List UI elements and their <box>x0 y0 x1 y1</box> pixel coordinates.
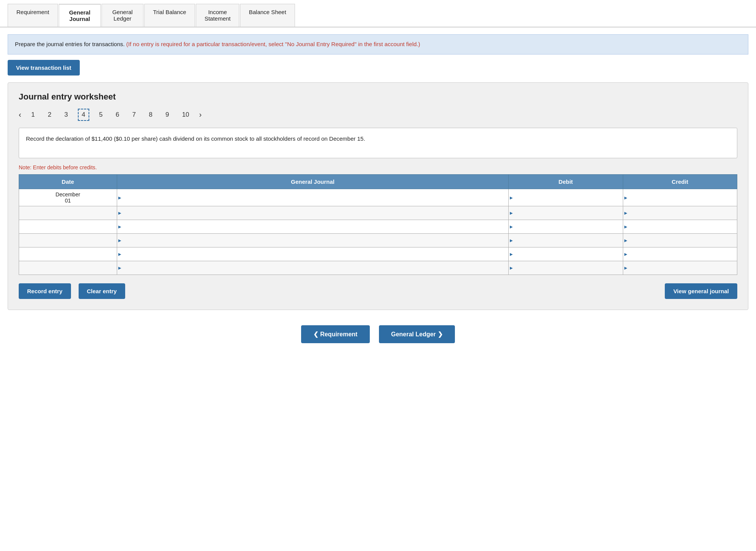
tab-trial-balance[interactable]: Trial Balance <box>144 4 195 27</box>
col-header-debit: Debit <box>509 174 623 189</box>
journal-cell-2[interactable] <box>117 206 509 220</box>
credit-input-2[interactable] <box>623 206 737 220</box>
worksheet-container: Journal entry worksheet ‹ 1 2 3 4 5 6 7 … <box>8 82 748 310</box>
tabs-bar: Requirement GeneralJournal GeneralLedger… <box>0 0 756 27</box>
page-10[interactable]: 10 <box>179 109 192 120</box>
table-row <box>19 220 737 233</box>
instruction-prefix: Prepare the journal entries for transact… <box>15 41 125 47</box>
tab-income-statement[interactable]: IncomeStatement <box>196 4 239 27</box>
credit-input-1[interactable] <box>623 189 737 206</box>
debit-input-5[interactable] <box>509 247 622 261</box>
page-7[interactable]: 7 <box>129 109 139 120</box>
credit-cell-3[interactable] <box>623 220 737 233</box>
col-header-credit: Credit <box>623 174 737 189</box>
col-header-journal: General Journal <box>117 174 509 189</box>
credit-input-3[interactable] <box>623 220 737 233</box>
pagination: ‹ 1 2 3 4 5 6 7 8 9 10 › <box>19 109 737 121</box>
journal-input-6[interactable] <box>117 261 509 275</box>
instruction-red: (If no entry is required for a particula… <box>125 41 420 47</box>
date-cell-3 <box>19 220 117 233</box>
view-transaction-button[interactable]: View transaction list <box>8 60 80 76</box>
journal-input-5[interactable] <box>117 247 509 261</box>
credit-input-4[interactable] <box>623 234 737 247</box>
tab-requirement[interactable]: Requirement <box>8 4 58 27</box>
date-cell-1: December01 <box>19 189 117 206</box>
date-cell-6 <box>19 261 117 275</box>
credit-cell-6[interactable] <box>623 261 737 275</box>
credit-cell-5[interactable] <box>623 247 737 261</box>
debit-input-4[interactable] <box>509 234 622 247</box>
debit-input-2[interactable] <box>509 206 622 220</box>
date-cell-5 <box>19 247 117 261</box>
journal-cell-5[interactable] <box>117 247 509 261</box>
credit-input-6[interactable] <box>623 261 737 275</box>
view-general-journal-button[interactable]: View general journal <box>665 283 737 299</box>
prev-page-arrow[interactable]: ‹ <box>19 110 21 119</box>
date-cell-4 <box>19 233 117 247</box>
page-5[interactable]: 5 <box>96 109 106 120</box>
page-8[interactable]: 8 <box>146 109 155 120</box>
debit-cell-3[interactable] <box>509 220 623 233</box>
journal-table: Date General Journal Debit Credit Decemb… <box>19 174 737 275</box>
page-4[interactable]: 4 <box>78 109 89 121</box>
page-2[interactable]: 2 <box>45 109 54 120</box>
credit-input-5[interactable] <box>623 247 737 261</box>
credit-cell-1[interactable] <box>623 189 737 206</box>
debit-cell-5[interactable] <box>509 247 623 261</box>
prev-nav-button[interactable]: ❮ Requirement <box>301 325 369 343</box>
page-3[interactable]: 3 <box>61 109 71 120</box>
page-1[interactable]: 1 <box>28 109 38 120</box>
journal-cell-6[interactable] <box>117 261 509 275</box>
debit-cell-2[interactable] <box>509 206 623 220</box>
tab-balance-sheet[interactable]: Balance Sheet <box>240 4 295 27</box>
table-row: December01 <box>19 189 737 206</box>
instruction-banner: Prepare the journal entries for transact… <box>8 34 748 55</box>
debit-input-3[interactable] <box>509 220 622 233</box>
debit-cell-6[interactable] <box>509 261 623 275</box>
journal-input-4[interactable] <box>117 234 509 247</box>
journal-input-1[interactable] <box>117 189 509 206</box>
next-page-arrow[interactable]: › <box>199 110 202 119</box>
next-nav-button[interactable]: General Ledger ❯ <box>379 325 455 343</box>
description-box: Record the declaration of $11,400 ($0.10… <box>19 128 737 158</box>
credit-cell-2[interactable] <box>623 206 737 220</box>
table-row <box>19 247 737 261</box>
journal-cell-1[interactable] <box>117 189 509 206</box>
debit-input-1[interactable] <box>509 189 622 206</box>
journal-input-3[interactable] <box>117 220 509 233</box>
tab-general-journal[interactable]: GeneralJournal <box>59 4 101 27</box>
record-entry-button[interactable]: Record entry <box>19 283 71 299</box>
page-9[interactable]: 9 <box>162 109 172 120</box>
page-6[interactable]: 6 <box>113 109 122 120</box>
debit-cell-4[interactable] <box>509 233 623 247</box>
table-row <box>19 206 737 220</box>
debit-cell-1[interactable] <box>509 189 623 206</box>
journal-cell-3[interactable] <box>117 220 509 233</box>
table-row <box>19 233 737 247</box>
view-transaction-area: View transaction list <box>8 60 748 76</box>
worksheet-title: Journal entry worksheet <box>19 92 737 102</box>
date-cell-2 <box>19 206 117 220</box>
bottom-buttons: Record entry Clear entry View general jo… <box>19 283 737 299</box>
description-text: Record the declaration of $11,400 ($0.10… <box>26 135 365 142</box>
credit-cell-4[interactable] <box>623 233 737 247</box>
nav-bottom: ❮ Requirement General Ledger ❯ <box>0 325 756 358</box>
table-row <box>19 261 737 275</box>
journal-cell-4[interactable] <box>117 233 509 247</box>
debit-input-6[interactable] <box>509 261 622 275</box>
col-header-date: Date <box>19 174 117 189</box>
note-text: Note: Enter debits before credits. <box>19 164 737 170</box>
tab-general-ledger[interactable]: GeneralLedger <box>102 4 143 27</box>
journal-input-2[interactable] <box>117 206 509 220</box>
clear-entry-button[interactable]: Clear entry <box>79 283 125 299</box>
